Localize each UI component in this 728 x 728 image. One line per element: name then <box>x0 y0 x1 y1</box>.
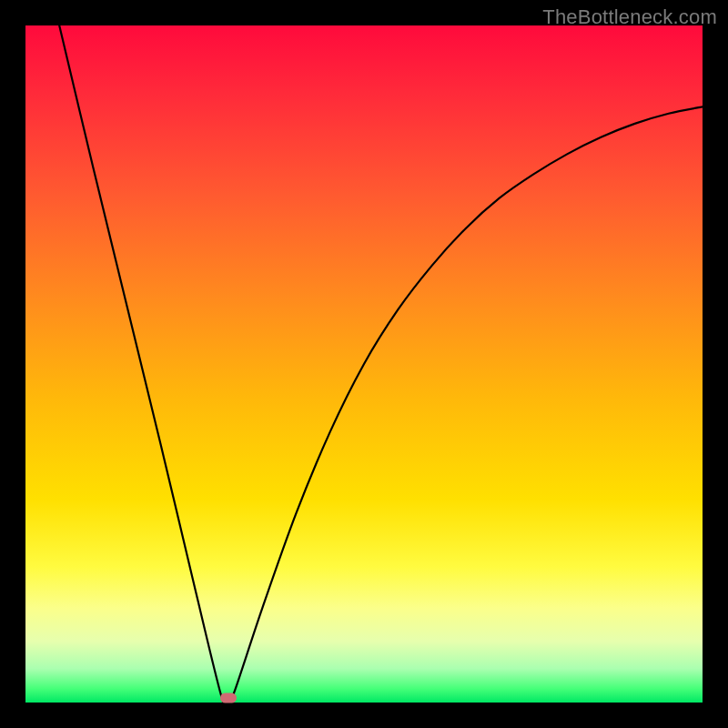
chart-frame: TheBottleneck.com <box>0 0 728 728</box>
plot-area <box>25 25 703 703</box>
bottleneck-curve <box>25 25 703 703</box>
optimum-marker <box>220 693 237 703</box>
watermark-text: TheBottleneck.com <box>542 5 717 29</box>
